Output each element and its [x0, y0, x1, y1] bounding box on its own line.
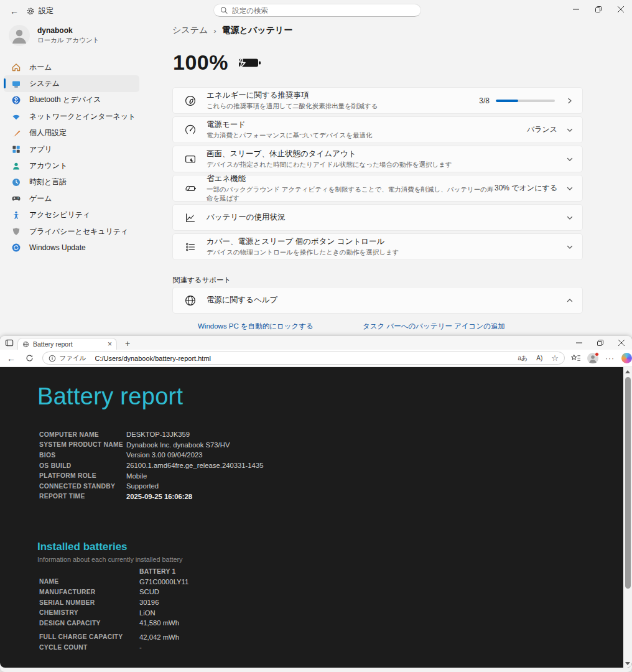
battery-status: 100% — [173, 50, 261, 75]
breadcrumb-separator: › — [213, 26, 216, 35]
refresh-icon[interactable] — [22, 351, 37, 366]
home-icon — [11, 62, 21, 72]
favorites-bar-icon[interactable] — [571, 354, 580, 362]
installed-batteries-section: Installed batteries Information about ea… — [37, 541, 182, 563]
new-tab-button[interactable]: + — [122, 338, 133, 349]
sidebar-item-windows-update[interactable]: Windows Update — [4, 240, 139, 256]
chevron-down-icon — [566, 185, 574, 192]
installed-batteries-heading: Installed batteries — [37, 541, 182, 553]
settings-cards: エネルギーに関する推奨事項 これらの推奨事項を適用して二酸化炭素排出量を削減する… — [172, 87, 583, 263]
sidebar-item-accounts[interactable]: アカウント — [4, 157, 139, 174]
globe-icon — [22, 341, 29, 348]
close-button[interactable] — [610, 0, 632, 19]
apps-icon — [11, 144, 21, 154]
shield-icon — [11, 226, 21, 236]
card-title: 電源に関するヘルプ — [207, 295, 564, 306]
battery-leaf-icon — [184, 182, 197, 195]
battery-info-table: BATTERY 1 NAMEG71C0000LY11 MANUFACTURERS… — [39, 566, 188, 653]
scroll-down-icon[interactable] — [623, 659, 632, 668]
energy-progress-bar — [496, 100, 555, 102]
installed-batteries-subtitle: Information about each currently install… — [37, 556, 182, 563]
energy-saver-value: 30% でオンにする — [495, 183, 557, 194]
address-bar[interactable]: ファイル C:/Users/dynabook/battery-report.ht… — [42, 352, 565, 365]
tab-actions-icon[interactable] — [5, 338, 14, 347]
battery-percent: 100% — [173, 50, 228, 75]
breadcrumb-parent[interactable]: システム — [172, 25, 208, 36]
gear-icon — [26, 7, 35, 16]
card-energy-recommendations[interactable]: エネルギーに関する推奨事項 これらの推奨事項を適用して二酸化炭素排出量を削減する… — [172, 87, 583, 114]
sidebar-item-accessibility[interactable]: アクセシビリティ — [4, 207, 139, 223]
link-auto-lock-pc[interactable]: Windows PC を自動的にロックする — [198, 322, 314, 331]
settings-search-box[interactable] — [213, 4, 421, 17]
report-title: Battery report — [37, 383, 183, 410]
card-screen-sleep-timeouts[interactable]: 画面、スリープ、休止状態のタイムアウト デバイスが指定された時間にわたりアイドル… — [172, 146, 583, 172]
minimize-button[interactable] — [569, 336, 590, 350]
url-scheme-label: ファイル — [60, 354, 86, 363]
sidebar-item-personalization[interactable]: 個人用設定 — [4, 125, 139, 141]
system-info-table: COMPUTER NAMEDESKTOP-13JK359 SYSTEM PROD… — [39, 429, 263, 502]
battery-column-header: BATTERY 1 — [139, 568, 176, 575]
card-title: 省エネ機能 — [207, 174, 495, 184]
sidebar-item-bluetooth-devices[interactable]: Bluetooth とデバイス — [4, 92, 139, 108]
sidebar-item-apps[interactable]: アプリ — [4, 141, 139, 157]
minimize-button[interactable] — [565, 0, 587, 19]
sidebar-item-home[interactable]: ホーム — [4, 59, 139, 75]
card-power-help[interactable]: 電源に関するヘルプ — [172, 287, 583, 314]
power-mode-value: バランス — [527, 124, 557, 135]
list-icon — [184, 241, 197, 253]
card-subtitle: デバイスが指定された時間にわたりアイドル状態になった場合の動作を選択します — [207, 161, 564, 169]
link-taskbar-battery-icon[interactable]: タスク バーへのバッテリー アイコンの追加 — [363, 322, 505, 331]
sidebar-item-network-internet[interactable]: ネットワークとインターネット — [4, 108, 139, 124]
sidebar-item-time-language[interactable]: 時刻と言語 — [4, 174, 139, 190]
tab-strip: Battery report × + — [0, 336, 632, 350]
more-menu-icon[interactable]: ··· — [605, 354, 615, 363]
help-links: Windows PC を自動的にロックする タスク バーへのバッテリー アイコン… — [172, 322, 583, 333]
sidebar-item-system[interactable]: システム — [4, 75, 139, 91]
card-battery-usage[interactable]: バッテリーの使用状況 — [172, 204, 583, 231]
sidebar-item-privacy-security[interactable]: プライバシーとセキュリティ — [4, 223, 139, 240]
tab-close-icon[interactable]: × — [108, 340, 112, 348]
card-subtitle: 電力消費とパフォーマンスに基づいてデバイスを最適化 — [207, 131, 527, 140]
settings-sidebar: ホーム システム Bluetooth とデバイス ネットワークとインターネット … — [4, 59, 139, 256]
copilot-icon[interactable] — [621, 353, 632, 363]
accessibility-icon — [11, 210, 21, 220]
url-text: C:/Users/dynabook/battery-report.html — [95, 355, 509, 362]
close-button[interactable] — [611, 336, 632, 350]
chevron-down-icon — [566, 243, 574, 251]
system-icon — [11, 79, 21, 89]
card-title: カバー、電源とスリープ 個のボタン コントロール — [207, 236, 564, 247]
info-icon[interactable] — [49, 355, 56, 362]
update-icon — [11, 243, 21, 253]
card-lid-power-sleep-buttons[interactable]: カバー、電源とスリープ 個のボタン コントロール デバイスの物理コントロールを操… — [172, 233, 583, 260]
app-title: 設定 — [39, 6, 53, 16]
back-arrow-icon[interactable]: ← — [4, 351, 19, 366]
sidebar-item-gaming[interactable]: ゲーム — [4, 190, 139, 207]
screen-moon-icon — [184, 153, 197, 166]
card-energy-saver[interactable]: 省エネ機能 一部のバックグラウンド アクティビティを制限することで、電力消費を削… — [172, 175, 583, 202]
restore-button[interactable] — [587, 0, 610, 19]
scroll-up-icon[interactable] — [623, 367, 632, 376]
battery-charging-icon — [236, 56, 261, 70]
card-title: バッテリーの使用状況 — [207, 212, 564, 223]
search-icon — [220, 6, 228, 14]
person-icon — [11, 161, 21, 171]
card-power-mode[interactable]: 電源モード 電力消費とパフォーマンスに基づいてデバイスを最適化 バランス — [172, 116, 583, 143]
browser-toolbar: ← ファイル C:/Users/dynabook/battery-report.… — [0, 350, 632, 367]
browser-window: Battery report × + ← ファイル C:/Users/dynab… — [0, 336, 632, 672]
search-input[interactable] — [232, 7, 414, 14]
bluetooth-icon — [11, 95, 21, 105]
chevron-down-icon — [566, 126, 574, 134]
back-arrow-icon[interactable]: ← — [5, 4, 24, 18]
translate-icon[interactable]: aあ — [518, 354, 528, 363]
favorite-star-icon[interactable]: ☆ — [551, 353, 559, 363]
browser-tab-battery-report[interactable]: Battery report × — [17, 338, 117, 350]
settings-content: システム › 電源とバッテリー 100% エネルギーに関する推奨事項 これらの推… — [172, 22, 583, 337]
scrollbar[interactable] — [623, 367, 632, 668]
tab-title: Battery report — [33, 340, 104, 348]
card-title: 電源モード — [207, 119, 527, 130]
scrollbar-thumb[interactable] — [625, 377, 631, 589]
profile-avatar[interactable] — [587, 353, 598, 364]
read-aloud-icon[interactable]: A) — [536, 355, 542, 362]
account-summary[interactable]: dynabook ローカル アカウント — [9, 25, 99, 46]
restore-button[interactable] — [590, 336, 611, 350]
